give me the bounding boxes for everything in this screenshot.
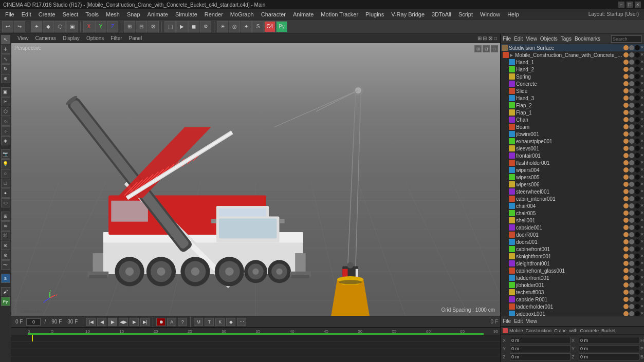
obj-tree-item[interactable]: Chan ✕ bbox=[501, 116, 644, 123]
vp-tab-panel[interactable]: Panel bbox=[126, 35, 145, 42]
dot-gray[interactable] bbox=[629, 232, 634, 237]
obj-tree-item[interactable]: doorR001 ✕ bbox=[501, 231, 644, 238]
sidebar-bridge-btn[interactable]: ⬦ bbox=[1, 126, 10, 136]
dot-black[interactable] bbox=[635, 117, 640, 122]
mode-object-btn[interactable]: ✦ bbox=[31, 21, 42, 32]
dot-orange[interactable] bbox=[623, 297, 629, 302]
obj-tree-item[interactable]: Slide ✕ bbox=[501, 87, 644, 94]
dot-gray[interactable] bbox=[629, 261, 634, 266]
menu-help[interactable]: Help bbox=[504, 10, 522, 18]
dot-black[interactable] bbox=[635, 196, 640, 201]
dot-x[interactable]: ✕ bbox=[640, 182, 644, 187]
dot-gray[interactable] bbox=[629, 196, 634, 201]
dot-black[interactable] bbox=[635, 282, 640, 288]
cinema4d-btn[interactable]: C4 bbox=[264, 21, 275, 32]
dot-orange[interactable] bbox=[623, 88, 629, 93]
dot-orange[interactable] bbox=[623, 196, 629, 201]
dot-x[interactable]: ✕ bbox=[640, 225, 644, 230]
transport-auto-key[interactable]: A bbox=[167, 318, 176, 326]
dot-gray[interactable] bbox=[629, 67, 634, 72]
dot-x[interactable]: ✕ bbox=[640, 139, 644, 144]
obj-dot-orange[interactable] bbox=[623, 45, 629, 50]
mode-edges-btn[interactable]: ⬡ bbox=[54, 21, 66, 32]
obj-tree-item[interactable]: ladderholder001 ✕ bbox=[501, 303, 644, 310]
python-btn[interactable]: Py bbox=[276, 21, 287, 32]
menu-create[interactable]: Create bbox=[35, 10, 59, 18]
obj-menu-tags[interactable]: Tags bbox=[561, 36, 572, 42]
render-region-btn[interactable]: ⬚ bbox=[164, 21, 176, 32]
window-controls[interactable]: − □ × bbox=[618, 2, 641, 8]
dot-gray[interactable] bbox=[629, 160, 634, 165]
dot-orange[interactable] bbox=[623, 290, 629, 295]
dot-orange[interactable] bbox=[623, 96, 629, 101]
transport-help[interactable]: ? bbox=[178, 318, 187, 326]
maximize-btn[interactable]: □ bbox=[627, 2, 633, 8]
dot-orange[interactable] bbox=[623, 225, 629, 230]
dot-gray[interactable] bbox=[629, 60, 634, 65]
dot-x[interactable]: ✕ bbox=[640, 282, 644, 288]
sidebar-cloner-btn[interactable]: ⊛ bbox=[1, 251, 10, 260]
sidebar-cylinder-btn[interactable]: ⬭ bbox=[1, 198, 10, 207]
obj-tree-item[interactable]: steerwheel001 ✕ bbox=[501, 188, 644, 195]
dot-orange[interactable] bbox=[623, 282, 629, 288]
dot-orange[interactable] bbox=[623, 182, 629, 187]
menu-window[interactable]: Window bbox=[477, 10, 503, 18]
transport-step-back[interactable]: ◀ bbox=[97, 318, 106, 326]
tl-marker-btn[interactable]: ◆ bbox=[226, 318, 235, 326]
dot-black[interactable] bbox=[635, 268, 640, 273]
obj-menu-bookmarks[interactable]: Bookmarks bbox=[575, 36, 600, 42]
dot-gray[interactable] bbox=[629, 103, 634, 108]
menu-edit[interactable]: Edit bbox=[19, 10, 34, 18]
obj-tree-item[interactable]: Flap_2 ✕ bbox=[501, 102, 644, 109]
sidebar-polygons-btn[interactable]: ▣ bbox=[1, 87, 10, 97]
vp-ctrl-1[interactable]: ⊞ bbox=[474, 45, 482, 52]
dot-black[interactable] bbox=[635, 189, 640, 194]
transport-goto-end[interactable]: ▶| bbox=[140, 318, 150, 326]
dot-orange[interactable] bbox=[623, 124, 629, 129]
dot-orange[interactable] bbox=[623, 261, 629, 266]
dot-orange[interactable] bbox=[623, 131, 629, 137]
menu-simulate[interactable]: Simulate bbox=[172, 10, 200, 18]
dot-orange[interactable] bbox=[623, 239, 629, 244]
dot-orange[interactable] bbox=[623, 203, 629, 208]
dot-x[interactable]: ✕ bbox=[640, 254, 644, 259]
dot-x[interactable]: ✕ bbox=[640, 74, 644, 79]
dot-gray[interactable] bbox=[629, 124, 634, 129]
sidebar-cube-btn[interactable]: □ bbox=[1, 179, 10, 188]
sidebar-sphere-btn[interactable]: ● bbox=[1, 188, 10, 198]
dot-orange[interactable] bbox=[623, 275, 629, 280]
dot-orange[interactable] bbox=[623, 139, 629, 144]
dot-gray[interactable] bbox=[629, 239, 634, 244]
menu-mograph[interactable]: MoGraph bbox=[227, 10, 257, 18]
dot-x[interactable]: ✕ bbox=[640, 96, 644, 101]
menu-vraybridge[interactable]: V-Ray Bridge bbox=[388, 10, 428, 18]
sidebar-rotate-btn[interactable]: ↻ bbox=[1, 64, 10, 73]
vp-tab-display[interactable]: Display bbox=[60, 35, 83, 42]
menu-mesh[interactable]: Mesh bbox=[103, 10, 123, 18]
dot-orange[interactable] bbox=[623, 153, 629, 158]
dot-black[interactable] bbox=[635, 182, 640, 187]
dot-x[interactable]: ✕ bbox=[640, 110, 644, 115]
dot-gray[interactable] bbox=[629, 275, 634, 280]
obj-tree-item[interactable]: Hand_2 ✕ bbox=[501, 66, 644, 73]
dot-gray[interactable] bbox=[629, 153, 634, 158]
current-frame-input[interactable] bbox=[26, 318, 41, 326]
dot-gray[interactable] bbox=[629, 175, 634, 180]
menu-animate[interactable]: Animate bbox=[144, 10, 171, 18]
dot-orange[interactable] bbox=[623, 246, 629, 252]
dot-x[interactable]: ✕ bbox=[640, 52, 644, 58]
dot-black[interactable] bbox=[635, 167, 640, 173]
dot-black[interactable] bbox=[635, 153, 640, 158]
menu-character[interactable]: Character bbox=[258, 10, 289, 18]
dot-x[interactable]: ✕ bbox=[640, 246, 644, 252]
sidebar-boole-btn[interactable]: ⊗ bbox=[1, 241, 10, 250]
dot-gray[interactable] bbox=[629, 246, 634, 252]
obj-tree-item[interactable]: cabin_interior001 ✕ bbox=[501, 195, 644, 202]
sidebar-knife-btn[interactable]: ✂ bbox=[1, 97, 10, 106]
obj-tree-item[interactable]: Hand_1 ✕ bbox=[501, 59, 644, 66]
dot-x[interactable]: ✕ bbox=[640, 67, 644, 72]
axis-x-btn[interactable]: X bbox=[83, 21, 95, 32]
dot-black[interactable] bbox=[635, 88, 640, 93]
obj-tree-item[interactable]: exhaustpipe001 ✕ bbox=[501, 138, 644, 145]
snap3-btn[interactable]: ⊠ bbox=[148, 21, 159, 32]
